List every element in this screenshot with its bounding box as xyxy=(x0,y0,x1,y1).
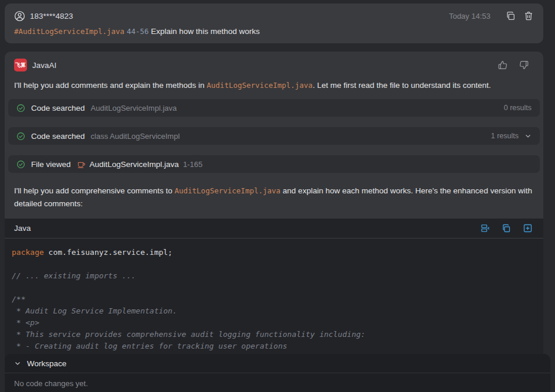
code-line: package com.feisuanyz.service.impl; xyxy=(12,247,536,258)
copy-code-icon[interactable] xyxy=(502,223,512,233)
assistant-intro-paragraph: I'll help you add comments and explain t… xyxy=(5,71,543,92)
assistant-header: 飞算 JavaAI xyxy=(5,52,543,71)
code-line: // ... existing imports ... xyxy=(12,270,536,282)
code-language-label: Java xyxy=(14,224,31,233)
step-card-code-searched-1[interactable]: Code searched AuditLogServiceImpl.java 0… xyxy=(8,99,540,117)
java-cup-icon xyxy=(77,160,86,169)
code-line: /** xyxy=(12,294,536,305)
step-query: class AuditLogServiceImpl xyxy=(91,132,180,141)
body-text-before: I'll help you add comprehensive comments… xyxy=(14,186,174,195)
intro-text-after: . Let me first read the file to understa… xyxy=(313,81,491,90)
user-avatar-icon xyxy=(14,11,25,22)
step-result-count: 1 results xyxy=(491,132,519,140)
code-line: * - Creating audit log entries for track… xyxy=(12,340,536,352)
code-line xyxy=(12,258,536,270)
step-label: Code searched xyxy=(31,132,85,141)
step-result-count: 0 results xyxy=(504,104,532,112)
step-card-file-viewed[interactable]: File viewed AuditLogServiceImpl.java 1-1… xyxy=(8,155,540,173)
viewed-file-name: AuditLogServiceImpl.java xyxy=(90,160,179,169)
step-label: File viewed xyxy=(31,160,71,169)
check-circle-icon xyxy=(16,160,25,169)
code-line: * <p> xyxy=(12,317,536,329)
code-line xyxy=(12,282,536,294)
insert-code-icon[interactable] xyxy=(480,223,490,233)
step-card-code-searched-2[interactable]: Code searched class AuditLogServiceImpl … xyxy=(8,127,540,145)
assistant-message: 飞算 JavaAI I'll help you add comments and… xyxy=(5,52,543,359)
intro-text-before: I'll help you add comments and explain t… xyxy=(14,81,207,90)
file-reference[interactable]: #AuditLogServiceImpl.java xyxy=(14,27,124,36)
code-line: * Audit Log Service Implementation. xyxy=(12,305,536,317)
copy-message-icon[interactable] xyxy=(506,11,516,21)
viewed-line-range: 1-165 xyxy=(183,160,202,169)
body-inline-code[interactable]: AuditLogServiceImpl.java xyxy=(174,186,280,195)
user-prompt-text: Explain how this method works xyxy=(151,27,259,36)
user-message: 183****4823 Today 14:53 #AuditLogService… xyxy=(5,4,543,43)
tool-step-cards: Code searched AuditLogServiceImpl.java 0… xyxy=(5,92,543,183)
timestamp: Today 14:53 xyxy=(449,12,490,21)
user-message-header: 183****4823 Today 14:53 xyxy=(14,9,534,22)
javaai-logo: 飞算 xyxy=(14,59,27,71)
user-identity: 183****4823 xyxy=(14,11,73,22)
intro-inline-code[interactable]: AuditLogServiceImpl.java xyxy=(207,81,313,90)
step-query: AuditLogServiceImpl.java xyxy=(91,104,177,113)
add-to-file-icon[interactable] xyxy=(523,223,533,233)
thumbs-up-icon[interactable] xyxy=(498,60,508,70)
check-circle-icon xyxy=(16,104,25,113)
code-block: Java packag xyxy=(5,219,543,359)
check-circle-icon xyxy=(16,132,25,141)
delete-message-icon[interactable] xyxy=(523,11,534,21)
workspace-panel: Workspace No code changes yet. xyxy=(5,354,550,392)
code-lines[interactable]: package com.feisuanyz.service.impl; // .… xyxy=(5,238,543,359)
user-message-text: #AuditLogServiceImpl.java 44-56 Explain … xyxy=(14,27,534,36)
code-block-header: Java xyxy=(5,219,543,238)
workspace-title: Workspace xyxy=(27,359,66,368)
line-range-reference[interactable]: 44-56 xyxy=(127,27,149,36)
workspace-empty-text: No code changes yet. xyxy=(5,373,550,392)
chevron-down-icon xyxy=(14,360,21,367)
workspace-header[interactable]: Workspace xyxy=(5,354,550,373)
thumbs-down-icon[interactable] xyxy=(519,60,529,70)
chevron-down-icon[interactable] xyxy=(524,132,532,139)
step-label: Code searched xyxy=(31,104,85,113)
code-line: * This service provides comprehensive au… xyxy=(12,329,536,340)
assistant-body-paragraph: I'll help you add comprehensive comments… xyxy=(5,183,543,210)
assistant-name: JavaAI xyxy=(32,61,56,70)
username: 183****4823 xyxy=(30,12,73,21)
